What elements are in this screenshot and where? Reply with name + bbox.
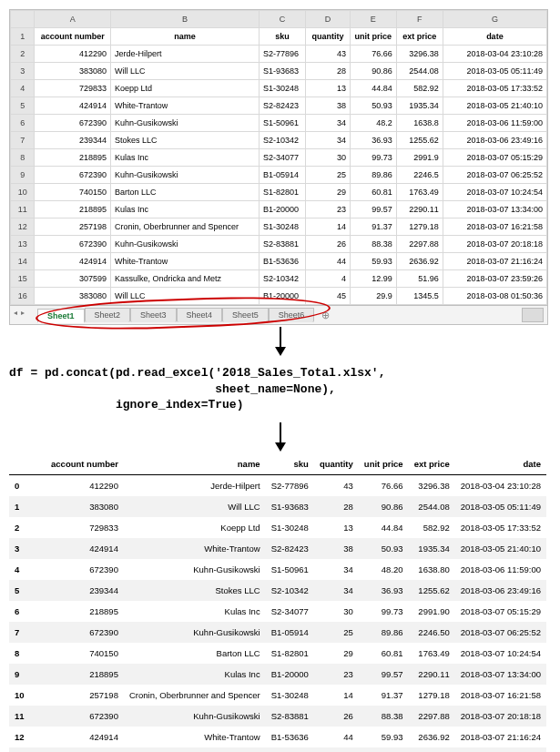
- cell-qty[interactable]: 43: [306, 46, 351, 63]
- cell-sku[interactable]: S2-34077: [260, 149, 306, 167]
- row-number[interactable]: 1: [11, 28, 35, 46]
- cell-unit[interactable]: 36.93: [350, 132, 396, 149]
- cell-unit[interactable]: 59.93: [350, 253, 396, 270]
- cell-unit[interactable]: 90.86: [350, 63, 396, 80]
- excel-header-cell[interactable]: account number: [35, 28, 111, 46]
- cell-unit[interactable]: 88.38: [350, 236, 396, 253]
- col-A[interactable]: A: [35, 11, 111, 28]
- col-F[interactable]: F: [396, 11, 443, 28]
- corner-cell[interactable]: [11, 11, 35, 28]
- row-number[interactable]: 12: [11, 218, 35, 236]
- row-number[interactable]: 9: [11, 167, 35, 184]
- cell-qty[interactable]: 34: [306, 132, 351, 149]
- row-number[interactable]: 8: [11, 149, 35, 167]
- cell-account[interactable]: 239344: [35, 132, 111, 149]
- cell-date[interactable]: 2018-03-04 23:10:28: [443, 46, 546, 63]
- cell-name[interactable]: Stokes LLC: [111, 132, 260, 149]
- cell-date[interactable]: 2018-03-07 06:25:52: [443, 167, 546, 184]
- cell-sku[interactable]: S1-82801: [260, 184, 306, 201]
- cell-name[interactable]: Cronin, Oberbrunner and Spencer: [111, 218, 260, 236]
- row-number[interactable]: 5: [11, 97, 35, 115]
- cell-account[interactable]: 218895: [35, 201, 111, 218]
- cell-unit[interactable]: 48.2: [350, 115, 396, 132]
- col-E[interactable]: E: [350, 11, 396, 28]
- cell-date[interactable]: 2018-03-07 20:18:18: [443, 236, 546, 253]
- cell-date[interactable]: 2018-03-07 23:59:26: [443, 270, 546, 288]
- nav-prev-icon[interactable]: ◂: [14, 309, 17, 317]
- cell-qty[interactable]: 28: [306, 63, 351, 80]
- row-number[interactable]: 15: [11, 270, 35, 288]
- cell-account[interactable]: 729833: [35, 80, 111, 97]
- excel-header-cell[interactable]: sku: [260, 28, 306, 46]
- cell-sku[interactable]: B1-53636: [260, 253, 306, 270]
- excel-grid[interactable]: A B C D E F G 1account numbernameskuquan…: [10, 10, 547, 305]
- sheet-nav[interactable]: ◂ ▸: [14, 309, 25, 317]
- cell-qty[interactable]: 34: [306, 115, 351, 132]
- col-B[interactable]: B: [111, 11, 260, 28]
- cell-account[interactable]: 257198: [35, 218, 111, 236]
- cell-qty[interactable]: 23: [306, 201, 351, 218]
- sheet-tab-sheet5[interactable]: Sheet5: [222, 308, 269, 322]
- cell-account[interactable]: 740150: [35, 184, 111, 201]
- cell-name[interactable]: White-Trantow: [111, 253, 260, 270]
- cell-account[interactable]: 218895: [35, 149, 111, 167]
- excel-header-cell[interactable]: unit price: [350, 28, 396, 46]
- cell-sku[interactable]: S2-83881: [260, 236, 306, 253]
- cell-ext[interactable]: 1345.5: [396, 288, 443, 305]
- excel-header-cell[interactable]: date: [443, 28, 546, 46]
- cell-date[interactable]: 2018-03-07 10:24:54: [443, 184, 546, 201]
- cell-qty[interactable]: 38: [306, 97, 351, 115]
- cell-sku[interactable]: S1-30248: [260, 80, 306, 97]
- cell-account[interactable]: 412290: [35, 46, 111, 63]
- cell-ext[interactable]: 1638.8: [396, 115, 443, 132]
- cell-date[interactable]: 2018-03-07 13:34:00: [443, 201, 546, 218]
- cell-account[interactable]: 383080: [35, 288, 111, 305]
- cell-ext[interactable]: 2297.88: [396, 236, 443, 253]
- row-number[interactable]: 2: [11, 46, 35, 63]
- cell-qty[interactable]: 26: [306, 236, 351, 253]
- cell-unit[interactable]: 12.99: [350, 270, 396, 288]
- row-number[interactable]: 13: [11, 236, 35, 253]
- excel-header-cell[interactable]: quantity: [306, 28, 351, 46]
- cell-name[interactable]: Kulas Inc: [111, 201, 260, 218]
- cell-ext[interactable]: 51.96: [396, 270, 443, 288]
- cell-sku[interactable]: S1-30248: [260, 218, 306, 236]
- cell-date[interactable]: 2018-03-06 11:59:00: [443, 115, 546, 132]
- cell-ext[interactable]: 2544.08: [396, 63, 443, 80]
- cell-ext[interactable]: 3296.38: [396, 46, 443, 63]
- cell-name[interactable]: Jerde-Hilpert: [111, 46, 260, 63]
- col-C[interactable]: C: [260, 11, 306, 28]
- cell-unit[interactable]: 89.86: [350, 167, 396, 184]
- cell-unit[interactable]: 29.9: [350, 288, 396, 305]
- cell-account[interactable]: 424914: [35, 253, 111, 270]
- cell-unit[interactable]: 60.81: [350, 184, 396, 201]
- row-number[interactable]: 10: [11, 184, 35, 201]
- cell-sku[interactable]: B1-20000: [260, 288, 306, 305]
- cell-name[interactable]: Kassulke, Ondricka and Metz: [111, 270, 260, 288]
- cell-date[interactable]: 2018-03-06 23:49:16: [443, 132, 546, 149]
- sheet-tab-sheet2[interactable]: Sheet2: [85, 308, 131, 322]
- cell-name[interactable]: Will LLC: [111, 63, 260, 80]
- row-number[interactable]: 6: [11, 115, 35, 132]
- cell-name[interactable]: Kulas Inc: [111, 149, 260, 167]
- cell-ext[interactable]: 1763.49: [396, 184, 443, 201]
- cell-ext[interactable]: 2290.11: [396, 201, 443, 218]
- cell-qty[interactable]: 14: [306, 218, 351, 236]
- row-number[interactable]: 11: [11, 201, 35, 218]
- cell-name[interactable]: Koepp Ltd: [111, 80, 260, 97]
- row-number[interactable]: 7: [11, 132, 35, 149]
- cell-ext[interactable]: 582.92: [396, 80, 443, 97]
- cell-sku[interactable]: S2-10342: [260, 270, 306, 288]
- sheet-tab-sheet3[interactable]: Sheet3: [130, 308, 177, 322]
- cell-date[interactable]: 2018-03-05 21:40:10: [443, 97, 546, 115]
- sheet-tab-sheet4[interactable]: Sheet4: [177, 308, 223, 322]
- cell-name[interactable]: Will LLC: [111, 288, 260, 305]
- cell-date[interactable]: 2018-03-07 16:21:58: [443, 218, 546, 236]
- cell-name[interactable]: Kuhn-Gusikowski: [111, 167, 260, 184]
- cell-qty[interactable]: 25: [306, 167, 351, 184]
- cell-name[interactable]: Barton LLC: [111, 184, 260, 201]
- cell-qty[interactable]: 13: [306, 80, 351, 97]
- cell-unit[interactable]: 91.37: [350, 218, 396, 236]
- cell-sku[interactable]: S2-77896: [260, 46, 306, 63]
- cell-qty[interactable]: 29: [306, 184, 351, 201]
